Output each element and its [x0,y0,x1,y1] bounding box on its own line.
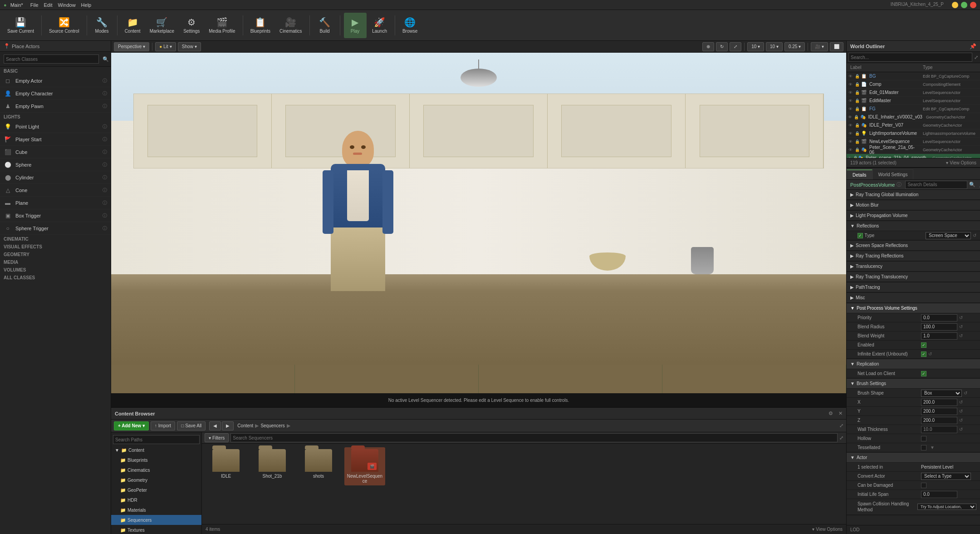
wo-item-edit01[interactable]: 👁 🔒 🎬 Edit_01Master LevelSequenceActor [847,89,980,97]
world-settings-tab[interactable]: World Settings [872,169,914,179]
menu-window[interactable]: Window [58,2,75,8]
tree-item-cinematics[interactable]: 📁 Cinematics [111,465,201,475]
transform-button[interactable]: ⊕ [702,42,714,51]
brush-y-reset[interactable]: ↺ [959,409,963,414]
content-button[interactable]: 📁 Content [121,13,144,38]
tessellated-checkbox[interactable] [921,445,926,450]
blend-weight-reset[interactable]: ↺ [959,333,963,338]
tree-item-sequencers[interactable]: 📁 Sequencers [111,515,201,525]
tree-item-hdr[interactable]: 📁 HDR [111,495,201,505]
actor-item-point-light[interactable]: 💡 Point Light ⓘ [0,120,111,133]
import-button[interactable]: ↑ Import [151,421,175,430]
menu-file[interactable]: File [30,2,39,8]
minimize-button[interactable] [952,2,958,8]
build-button[interactable]: 🔨 Build [314,13,336,38]
snap-button[interactable]: 10 ▾ [747,42,764,51]
can-be-damaged-checkbox[interactable] [921,483,926,488]
convert-actor-select[interactable]: Select a Type [921,473,971,480]
ppvs-header[interactable]: ▼ Post Process Volume Settings [847,303,980,313]
brush-settings-header[interactable]: ▼ Brush Settings [847,379,980,389]
actor-item-cylinder[interactable]: ⬤ Cylinder ⓘ [0,171,111,184]
perspective-button[interactable]: Perspective ▾ [114,42,149,51]
actor-item-box-trigger[interactable]: ▣ Box Trigger ⓘ [0,209,111,222]
enabled-checkbox[interactable]: ✓ [921,342,926,348]
rt-translucency-header[interactable]: ▶ Ray Tracing Translucency [847,272,980,282]
actor-item-plane[interactable]: ▬ Plane ⓘ [0,197,111,209]
launch-button[interactable]: 🚀 Launch [368,13,391,38]
breadcrumb-sequencers[interactable]: Sequencers [260,423,284,428]
menu-help[interactable]: Help [81,2,92,8]
priority-reset[interactable]: ↺ [959,315,963,320]
rt-reflections-header[interactable]: ▶ Ray Tracing Reflections [847,251,980,261]
light-propagation-header[interactable]: ▶ Light Propagation Volume [847,211,980,221]
save-all-button[interactable]: □ Save All [177,421,206,430]
wo-view-options[interactable]: ▾ View Options [946,160,976,165]
blueprints-button[interactable]: 📋 Blueprints [247,13,274,38]
marketplace-button[interactable]: 🛒 Marketplace [146,13,178,38]
breadcrumb-content[interactable]: Content [237,423,253,428]
modes-button[interactable]: 🔧 Modes [91,13,113,38]
brush-reset[interactable]: ↺ [964,391,967,396]
rotate-button[interactable]: ↻ [716,42,728,51]
angle-button[interactable]: 10 ▾ [766,42,783,51]
priority-input[interactable] [921,314,957,321]
wall-thickness-reset[interactable]: ↺ [959,427,963,432]
brush-y-input[interactable] [921,408,957,415]
search-content-input[interactable] [230,433,838,442]
infinite-extent-checkbox[interactable]: ✓ [921,351,926,357]
blend-radius-reset[interactable]: ↺ [959,324,963,329]
tree-item-textures[interactable]: 📁 Textures [111,525,201,534]
save-current-button[interactable]: 💾 Save Current [4,13,38,38]
cb-close-icon[interactable]: ✕ [838,410,843,416]
tree-item-geometry[interactable]: 📁 Geometry [111,475,201,485]
ray-tracing-header[interactable]: ▶ Ray Tracing Global Illumination [847,190,980,200]
maximize-button[interactable] [961,2,967,8]
search-paths-input[interactable] [113,435,200,444]
spawn-collision-select[interactable]: Try To Adjust Location, Don't Spawn If S… [917,504,976,510]
reflections-type-select[interactable]: Screen Space Ray Tracing None [926,232,971,239]
wo-item-idle-peter[interactable]: 👁 🔒 🎭 IDLE_Peter_V07 GeometryCacheActor [847,121,980,129]
brush-x-reset[interactable]: ↺ [959,400,963,405]
browse-button[interactable]: 🌐 Browse [399,13,421,38]
tree-item-content[interactable]: ▼ 📁 Content [111,445,201,455]
misc-header[interactable]: ▶ Misc [847,293,980,303]
wo-item-fg[interactable]: 👁 🔒 📋 FG Edit BP_CgCaptureComp [847,105,980,113]
hollow-checkbox[interactable] [921,436,926,441]
actor-header[interactable]: ▼ Actor [847,453,980,463]
initial-life-span-input[interactable] [921,491,957,498]
wo-item-bg[interactable]: 👁 🔒 📋 BG Edit BP_CgCaptureComp [847,72,980,80]
tree-item-materials[interactable]: 📁 Materials [111,505,201,515]
actor-item-empty-actor[interactable]: ◻ Empty Actor ⓘ [0,74,111,87]
add-new-button[interactable]: + Add New ▾ [114,421,149,430]
blend-weight-input[interactable] [921,332,957,340]
wo-item-idle-inhaler[interactable]: 👁 🔒 🎭 IDLE_Inhaler_sV0002_v03 GeometryCa… [847,113,980,121]
cinematics-button[interactable]: 🎥 Cinematics [276,13,305,38]
brush-shape-select[interactable]: Box Cylinder Sphere [921,390,962,397]
close-button[interactable] [970,2,976,8]
reflections-header[interactable]: ▼ Reflections [847,221,980,231]
filters-button[interactable]: ▾ Filters [205,433,229,442]
pathtracing-header[interactable]: ▶ PathTracing [847,282,980,292]
camera-speed-button[interactable]: 🎥 ▾ [811,42,828,51]
play-button[interactable]: ▶ Play [344,13,367,38]
settings-button[interactable]: ⚙ Settings [180,13,203,38]
infinite-reset[interactable]: ↺ [928,351,932,356]
replication-header[interactable]: ▼ Replication [847,359,980,369]
cb-view-options[interactable]: ▾ View Options [812,527,843,532]
wo-search-input[interactable] [848,53,972,62]
details-search-input[interactable] [905,181,967,189]
folder-idle[interactable]: IDLE [206,447,246,485]
more-options-arrow[interactable]: ▼ [930,445,935,450]
blend-radius-input[interactable] [921,323,957,331]
folder-shots[interactable]: shots [298,447,339,485]
reflections-type-checkbox[interactable]: ✓ [858,233,863,238]
source-control-button[interactable]: 🔀 Source Control [45,13,83,38]
translucency-header[interactable]: ▶ Translucency [847,262,980,272]
actor-item-cone[interactable]: △ Cone ⓘ [0,184,111,197]
brush-x-input[interactable] [921,399,957,406]
brush-z-reset[interactable]: ↺ [959,418,963,423]
maximize-viewport-button[interactable]: ⬜ [830,42,843,51]
actor-item-player-start[interactable]: 🚩 Player Start ⓘ [0,133,111,146]
viewport[interactable]: Perspective ▾ ● Lit ▾ Show ▾ ⊕ ↻ [111,41,846,407]
net-load-checkbox[interactable]: ✓ [921,371,926,376]
